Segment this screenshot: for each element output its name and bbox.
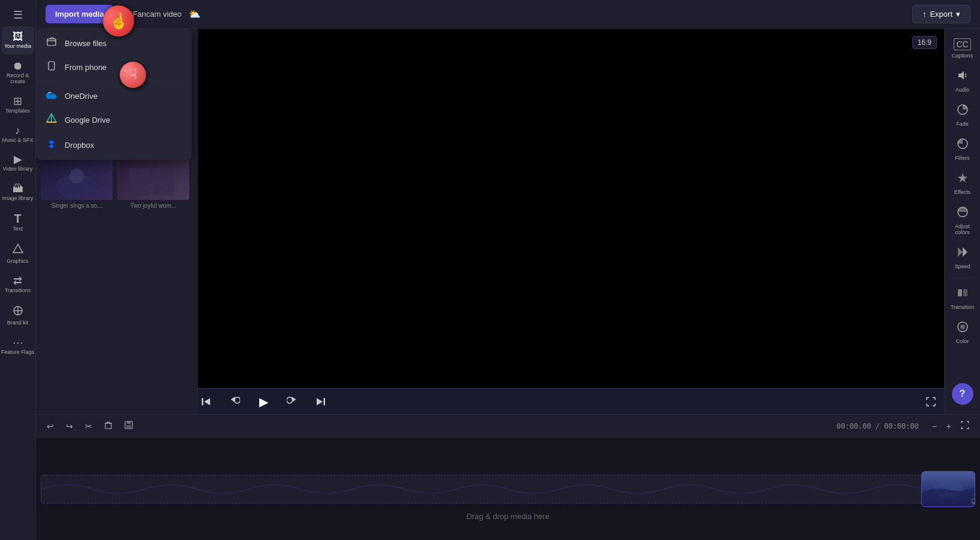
fade-panel-item[interactable]: Fade bbox=[947, 99, 978, 132]
svg-rect-32 bbox=[126, 425, 131, 428]
right-panel: CC Captions Audio Fade Filters bbox=[944, 29, 980, 414]
graphics-icon bbox=[12, 243, 24, 257]
svg-point-4 bbox=[51, 68, 52, 69]
undo-button[interactable]: ↩ bbox=[43, 419, 57, 433]
sidebar-item-menu[interactable]: ☰ bbox=[2, 5, 34, 25]
from-phone-label: From phone bbox=[65, 63, 107, 72]
skip-forward-button[interactable] bbox=[312, 393, 329, 410]
sidebar-item-brand-kit[interactable]: Brand kit bbox=[2, 300, 34, 331]
speed-panel-item[interactable]: Speed bbox=[947, 241, 978, 274]
dropbox-label: Dropbox bbox=[65, 141, 94, 150]
playback-controls: ▶ bbox=[198, 388, 944, 414]
sidebar-item-label: Feature Flags bbox=[1, 350, 35, 356]
filters-label: Filters bbox=[955, 155, 970, 161]
preview-area: 16:9 ▶ bbox=[198, 29, 944, 414]
templates-icon: ⊞ bbox=[13, 96, 22, 107]
media-thumb-label: Singer sings a so... bbox=[41, 202, 113, 209]
media-thumb-item[interactable]: Singer sings a so... bbox=[41, 159, 113, 209]
cloud-save-icon: ⛅ bbox=[189, 8, 201, 20]
browse-files-item[interactable]: Browse files bbox=[36, 31, 192, 55]
dropdown-divider bbox=[36, 81, 192, 82]
export-chevron-icon: ▾ bbox=[956, 10, 960, 19]
color-label: Color bbox=[956, 338, 969, 344]
timeline-time-display: 00:00.00 / 00:00:00 bbox=[836, 422, 918, 430]
top-toolbar: Import media ☝ Fancam video ⛅ ↑ Export ▾ bbox=[36, 0, 980, 29]
sidebar-item-feature-flags[interactable]: ⋯ Feature Flags bbox=[2, 332, 34, 360]
sidebar-item-transitions[interactable]: ⇄ Transitions bbox=[2, 271, 34, 299]
transition-panel-item[interactable]: Transition bbox=[947, 282, 978, 315]
svg-marker-20 bbox=[958, 173, 967, 183]
zoom-in-button[interactable]: + bbox=[943, 419, 955, 433]
image-library-icon: 🏔 bbox=[13, 183, 23, 194]
sidebar-item-your-media[interactable]: 🖼 Your media bbox=[2, 26, 34, 54]
play-button[interactable]: ▶ bbox=[255, 393, 272, 410]
save-clip-button[interactable] bbox=[121, 418, 136, 433]
rewind-button[interactable] bbox=[226, 393, 243, 410]
from-phone-item[interactable]: From phone bbox=[36, 55, 192, 79]
brand-kit-icon bbox=[12, 305, 24, 318]
svg-rect-12 bbox=[129, 168, 150, 195]
left-sidebar: ☰ 🖼 Your media ⏺ Record &create ⊞ Templa… bbox=[0, 0, 36, 540]
zoom-out-button[interactable]: − bbox=[929, 419, 940, 433]
svg-rect-24 bbox=[958, 289, 962, 296]
video-canvas bbox=[344, 83, 799, 334]
media-panel: Browse files From phone OneDrive bbox=[36, 29, 198, 414]
export-button[interactable]: ↑ Export ▾ bbox=[912, 5, 970, 23]
sidebar-item-text[interactable]: T Text bbox=[2, 208, 34, 237]
timeline-section: ↩ ↪ ✂ 00:00.00 / 00:00:00 − + bbox=[36, 414, 980, 540]
google-drive-item[interactable]: Google Drive bbox=[36, 107, 192, 132]
drag-drop-area: Drag & drop media here bbox=[457, 502, 559, 530]
aspect-ratio-badge: 16:9 bbox=[912, 36, 937, 49]
onedrive-label: OneDrive bbox=[65, 92, 98, 101]
svg-marker-17 bbox=[317, 398, 323, 405]
color-panel-item[interactable]: Color bbox=[947, 316, 978, 349]
menu-icon: ☰ bbox=[13, 10, 23, 20]
delete-button[interactable] bbox=[101, 418, 116, 433]
redo-button[interactable]: ↪ bbox=[62, 419, 77, 433]
media-thumb-label: Two joyful wom... bbox=[117, 202, 189, 209]
captions-panel-item[interactable]: CC Captions bbox=[947, 34, 978, 63]
effects-panel-item[interactable]: Effects bbox=[947, 167, 978, 200]
adjust-colors-icon bbox=[957, 206, 969, 221]
svg-marker-22 bbox=[963, 247, 967, 257]
video-library-icon: ▶ bbox=[14, 154, 22, 165]
forward-button[interactable] bbox=[284, 393, 301, 410]
music-icon: ♪ bbox=[15, 125, 20, 136]
sidebar-item-graphics[interactable]: Graphics bbox=[2, 238, 34, 269]
google-drive-label: Google Drive bbox=[65, 116, 110, 125]
expand-timeline-button[interactable] bbox=[957, 418, 973, 433]
sidebar-item-label: Graphics bbox=[7, 259, 28, 265]
export-arrow-icon: ↑ bbox=[923, 10, 927, 19]
import-media-button[interactable]: Import media bbox=[45, 5, 114, 23]
onedrive-item[interactable]: OneDrive bbox=[36, 84, 192, 107]
sidebar-item-templates[interactable]: ⊞ Templates bbox=[2, 91, 34, 119]
right-panel-divider bbox=[951, 278, 975, 278]
onedrive-icon bbox=[45, 90, 57, 101]
audio-icon bbox=[957, 69, 969, 84]
audio-label: Audio bbox=[955, 87, 969, 93]
color-icon bbox=[957, 321, 969, 336]
sidebar-item-image-library[interactable]: 🏔 Image library bbox=[2, 178, 34, 207]
media-thumb-item[interactable]: Two joyful wom... bbox=[117, 159, 189, 209]
svg-rect-31 bbox=[127, 421, 131, 424]
help-button[interactable]: ? bbox=[952, 383, 973, 405]
sidebar-item-label: Image library bbox=[2, 196, 33, 202]
svg-marker-23 bbox=[958, 247, 963, 257]
sidebar-item-label: Transitions bbox=[5, 288, 31, 294]
skip-back-button[interactable] bbox=[198, 393, 214, 410]
filters-panel-item[interactable]: Filters bbox=[947, 133, 978, 166]
fullscreen-button[interactable] bbox=[923, 393, 939, 410]
dropbox-item[interactable]: Dropbox bbox=[36, 132, 192, 157]
timeline-clip[interactable]: ☟ bbox=[921, 471, 975, 507]
cut-button[interactable]: ✂ bbox=[81, 419, 96, 433]
audio-panel-item[interactable]: Audio bbox=[947, 65, 978, 98]
project-title: Fancam video bbox=[133, 10, 182, 19]
sidebar-item-music-sfx[interactable]: ♪ Music & SFX bbox=[2, 120, 34, 148]
transition-label: Transition bbox=[951, 304, 974, 310]
sidebar-item-record-create[interactable]: ⏺ Record &create bbox=[2, 56, 34, 90]
svg-point-27 bbox=[960, 324, 965, 329]
sidebar-item-video-library[interactable]: ▶ Video library bbox=[2, 149, 34, 177]
svg-rect-13 bbox=[153, 168, 174, 195]
adjust-colors-panel-item[interactable]: Adjust colors bbox=[947, 201, 978, 240]
filters-icon bbox=[957, 138, 969, 153]
